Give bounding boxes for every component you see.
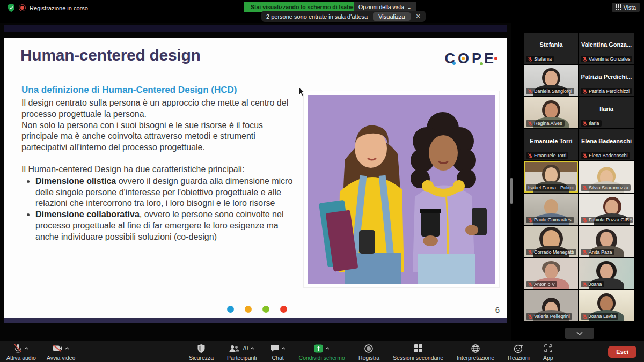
participants-count: 70 [242,345,248,351]
participants-button[interactable]: 70 Partecipanti [227,344,257,361]
slide-page-number: 6 [495,305,500,314]
participant-tile[interactable]: Joana Levita [579,290,634,321]
participant-tile[interactable]: Antonio V [524,258,578,289]
chat-button[interactable]: Chat [270,344,286,361]
view-button[interactable]: Vista [612,3,640,12]
muted-mic-icon [583,89,587,94]
apps-icon [544,344,552,352]
participant-tile[interactable]: Joana [579,258,634,289]
muted-mic-icon [528,250,532,255]
shield-icon [197,344,205,353]
participant-tile[interactable]: Stefania Stefania [524,33,578,64]
waiting-room-notification: 2 persone sono entrate in sala d'attesa … [261,11,426,22]
grid-view-icon [616,4,621,10]
start-video-button[interactable]: Avvia video [47,344,76,361]
share-screen-icon [314,344,323,353]
leave-meeting-button[interactable]: Esci [608,346,636,358]
slide-photo [304,91,499,287]
chat-bubble-icon [270,344,279,352]
camera-off-icon [53,345,63,352]
participant-tile[interactable]: Daniela Sangiorgi [524,65,578,96]
slide-bottom-bar [4,318,507,323]
encryption-shield-icon [8,4,15,12]
meeting-toolbar: Attiva audio Avvia video Sicurezza 70 Pa… [0,341,644,362]
muted-mic-icon [583,153,587,158]
close-notification-button[interactable]: ✕ [416,13,421,20]
view-waiting-room-button[interactable]: Visualizza [373,12,410,21]
participants-icon [229,345,239,352]
muted-mic-icon [583,57,587,62]
slide-body-text: Il design centrato sulla persona è un ap… [21,98,302,243]
reactions-smiley-icon [514,344,523,353]
participant-tile[interactable]: Emanuele Torri Emanuele Torri [524,129,578,160]
record-button[interactable]: Registra [358,344,379,361]
participant-tile[interactable]: Fabiola Pozza GIRAS... [579,194,634,225]
recording-label: Registrazione in corso [30,5,88,11]
participant-tile[interactable]: Corrado Menegatti [524,226,578,257]
participant-tile[interactable]: Elena Badeanschi Elena Badeanschi [579,129,634,160]
participants-sidebar: Stefania Stefania Valentina Gonza... Val… [524,33,634,321]
slide-title: Human-centered design [20,46,200,64]
slide-paragraph: Non solo la persona con i suoi bisogni e… [21,120,302,153]
recording-indicator: Registrazione in corso [8,4,88,12]
recording-dot-icon [19,4,26,11]
scrollbar-thumb[interactable] [510,178,513,204]
participant-tile[interactable]: Patrizia Perdichi... Patrizia Perdichizz… [579,65,634,96]
muted-mic-icon [528,218,532,223]
reactions-button[interactable]: Reazioni [508,344,530,361]
muted-mic-icon [583,314,587,319]
slide-bullet: Dimensione collaborativa, ovvero le pers… [35,209,302,242]
muted-mic-icon [528,282,532,287]
chevron-up-icon[interactable] [250,347,254,350]
breakout-rooms-icon [414,344,422,352]
red-dot [280,306,287,313]
shared-screen-area: Human-centered design C O P E Una defini… [0,23,511,341]
globe-icon [471,344,480,353]
participant-tile[interactable]: Anita Paza [579,226,634,257]
muted-mic-icon [583,186,587,190]
chevron-up-icon[interactable] [325,347,330,350]
participant-tile[interactable]: Valentina Gonza... Valentina Gonzales [579,33,634,64]
mic-muted-icon [13,344,22,353]
chevron-up-icon[interactable] [24,347,28,350]
security-button[interactable]: Sicurezza [189,344,214,361]
cope-logo: C O P E [444,50,496,67]
slide-footer-dots [227,306,287,313]
blue-dot [227,306,234,313]
participant-tile[interactable]: Silvia Scaramuzza [579,161,634,193]
muted-mic-icon [528,153,532,158]
participant-tile[interactable]: Paulo Guimarães [524,194,578,225]
green-dot [262,306,269,313]
participant-tile[interactable]: Ilaria Ilaria [579,97,634,128]
slide-paragraph: Il design centrato sulla persona è un ap… [21,98,302,120]
interpretation-button[interactable]: Interpretazione [457,344,494,361]
slide-top-bar [4,25,507,32]
slide-section-heading: Una definizione di Human-Centered Design… [21,85,237,95]
muted-mic-icon [528,314,532,319]
slide-bullet-list: Dimensione olistica ovvero il design gua… [21,176,302,243]
collapse-sidebar-button[interactable] [565,328,594,339]
participant-tile[interactable]: Regina Alves [524,97,578,128]
muted-mic-icon [583,250,587,255]
muted-mic-icon [528,89,532,94]
participant-tile[interactable]: Valeria Pellegrini [524,290,578,321]
muted-mic-icon [528,121,532,126]
apps-button[interactable]: App [543,344,553,361]
chevron-up-icon[interactable] [281,347,286,350]
participant-tile-active-speaker[interactable]: Isabel Farina - Polimi [524,161,578,193]
muted-mic-icon [583,121,587,126]
record-icon [364,344,373,353]
muted-mic-icon [528,57,532,62]
breakout-rooms-button[interactable]: Sessioni secondarie [393,344,443,361]
muted-mic-icon [583,218,587,223]
share-screen-button[interactable]: Condividi schermo [299,344,345,361]
chevron-down-icon [576,331,583,335]
slide-paragraph: Il Human-centered Design ha due caratter… [21,164,302,175]
chevron-down-icon: ⌄ [407,4,412,10]
slide-bullet: Dimensione olistica ovvero il design gua… [35,176,302,209]
muted-mic-icon [583,282,587,287]
unmute-audio-button[interactable]: Attiva audio [6,344,36,361]
waiting-room-text: 2 persone sono entrate in sala d'attesa [266,13,368,20]
mouse-cursor [298,87,305,97]
chevron-up-icon[interactable] [65,347,69,350]
